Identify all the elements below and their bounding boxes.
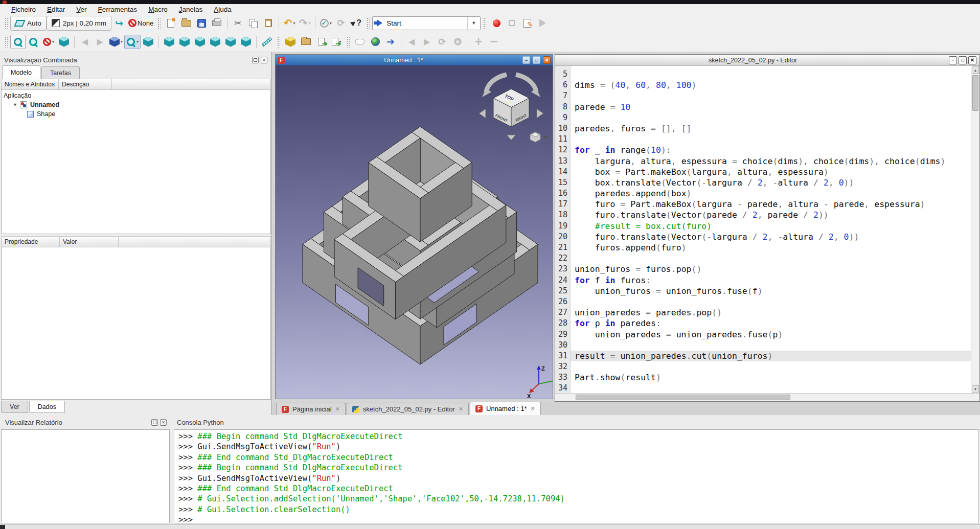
- go-button[interactable]: ➔: [383, 35, 398, 49]
- editor-hscrollbar[interactable]: [555, 393, 979, 401]
- code-line[interactable]: paredes, furos = [], []: [575, 123, 971, 134]
- view-left-button[interactable]: [238, 35, 254, 49]
- code-line[interactable]: furo = Part.makeBox(largura - parede, al…: [575, 199, 971, 210]
- export-all-button[interactable]: ▾: [329, 35, 344, 49]
- mdi-tab-pagina-inicial[interactable]: Página inicial ✕: [276, 403, 346, 415]
- toolbar-grip[interactable]: [367, 17, 370, 29]
- close-panel-button[interactable]: ✕: [160, 419, 167, 426]
- axonometric-view-button[interactable]: [141, 35, 156, 49]
- code-line[interactable]: furos.append(furo): [575, 242, 971, 253]
- undo-button[interactable]: ↶▾: [282, 16, 297, 30]
- close-icon[interactable]: ✕: [531, 405, 535, 412]
- new-file-button[interactable]: [163, 16, 178, 30]
- export-button[interactable]: [313, 35, 329, 49]
- close-icon[interactable]: ✕: [459, 406, 463, 412]
- toolbar-grip[interactable]: [347, 36, 350, 48]
- chevron-down-icon[interactable]: ▾: [309, 21, 311, 26]
- value-header[interactable]: Valor: [60, 236, 119, 247]
- draw-style-button[interactable]: ▾: [124, 35, 141, 49]
- print-button[interactable]: [209, 16, 224, 30]
- close-icon[interactable]: ✕: [335, 406, 340, 412]
- tree-header-names[interactable]: Nomes e Atributos: [1, 79, 59, 90]
- minimize-button[interactable]: –: [522, 56, 530, 64]
- code-line[interactable]: [575, 69, 971, 80]
- code-line[interactable]: box.translate(Vector(-largura / 2, -altu…: [575, 177, 971, 188]
- save-button[interactable]: [194, 16, 209, 30]
- menu-ferramentas[interactable]: Ferramentas: [93, 5, 143, 14]
- code-line[interactable]: [575, 134, 971, 145]
- browser-refresh-button[interactable]: ⟳: [435, 35, 450, 49]
- whats-this-button[interactable]: ?: [349, 16, 364, 30]
- close-button[interactable]: ✕: [543, 56, 551, 64]
- workbench-selector[interactable]: Start ▼: [372, 16, 481, 30]
- tree-item-shape[interactable]: Shape: [4, 109, 269, 119]
- open-file-button[interactable]: [178, 16, 194, 30]
- macro-record-button[interactable]: [489, 16, 504, 30]
- code-line[interactable]: for p in paredes:: [575, 318, 971, 329]
- cut-button[interactable]: ✂: [230, 16, 245, 30]
- property-editor[interactable]: [1, 247, 271, 400]
- code-line[interactable]: #result = box.cut(furo): [575, 221, 971, 232]
- clipping-button[interactable]: ▾: [41, 35, 56, 49]
- chevron-down-icon[interactable]: ▾: [52, 39, 54, 44]
- browser-back-button[interactable]: ◀: [404, 35, 419, 49]
- code-line[interactable]: [575, 112, 971, 123]
- box-selection-button[interactable]: [56, 35, 72, 49]
- scroll-up-icon[interactable]: ▲: [972, 66, 979, 74]
- code-line[interactable]: [575, 253, 971, 264]
- menu-macro[interactable]: Macro: [143, 5, 173, 14]
- chevron-down-icon[interactable]: ▾: [330, 21, 332, 26]
- nav-forward-button[interactable]: ▶: [93, 35, 108, 49]
- code-line[interactable]: paredes.append(box): [575, 188, 971, 199]
- zoom-out-button[interactable]: −: [486, 35, 502, 49]
- code-line[interactable]: [575, 340, 971, 351]
- chevron-down-icon[interactable]: ▾: [293, 21, 295, 26]
- zoom-in-button[interactable]: +: [471, 35, 486, 49]
- paste-button[interactable]: [261, 16, 276, 30]
- code-line[interactable]: parede = 10: [575, 102, 971, 112]
- browser-forward-button[interactable]: ▶: [419, 35, 435, 49]
- fit-all-button[interactable]: [10, 35, 26, 49]
- macro-stop-button[interactable]: [504, 16, 519, 30]
- view-rear-button[interactable]: [208, 35, 223, 49]
- code-line[interactable]: union_paredes = paredes.pop(): [575, 307, 971, 318]
- toolbar-grip[interactable]: [5, 36, 8, 48]
- view-front-button[interactable]: [162, 35, 177, 49]
- refresh-validate-button[interactable]: ✓▾: [318, 16, 333, 30]
- editor-vscrollbar[interactable]: ▲ ▼: [971, 66, 979, 393]
- minimize-button[interactable]: –: [949, 56, 957, 64]
- float-panel-button[interactable]: [151, 419, 158, 426]
- redo-button[interactable]: ↷▾: [297, 16, 312, 30]
- property-header[interactable]: Propriedade: [1, 236, 60, 247]
- browser-page-button[interactable]: [352, 35, 368, 49]
- measure-button[interactable]: [259, 35, 275, 49]
- code-line[interactable]: result = union_paredes.cut(union_furos): [571, 351, 971, 361]
- expander-icon[interactable]: ▼: [13, 102, 18, 107]
- maximize-button[interactable]: □: [959, 56, 967, 64]
- toolbar-grip[interactable]: [157, 17, 161, 29]
- code-line[interactable]: union_furos = furos.pop(): [575, 264, 971, 274]
- menu-editar[interactable]: Editar: [42, 5, 70, 14]
- tab-modelo[interactable]: Modelo: [2, 65, 40, 79]
- macro-play-button[interactable]: [535, 16, 550, 30]
- menu-ajuda[interactable]: Ajuda: [209, 5, 237, 14]
- view3d-titlebar[interactable]: Unnamed : 1* – □ ✕: [276, 55, 553, 65]
- view-bottom-button[interactable]: [223, 35, 238, 49]
- view-right-button[interactable]: [192, 35, 208, 49]
- copy-button[interactable]: [245, 16, 261, 30]
- open-website-button[interactable]: [368, 35, 383, 49]
- draft-workingplane-button[interactable]: Auto: [10, 16, 47, 31]
- browser-stop-button[interactable]: ✕: [450, 35, 465, 49]
- chevron-down-icon[interactable]: ▾: [121, 39, 123, 44]
- mdi-tab-editor[interactable]: sketch_2022_05_02.py - Editor ✕: [347, 403, 469, 415]
- scroll-thumb[interactable]: [972, 75, 978, 111]
- part-box-button[interactable]: [283, 35, 298, 49]
- toolbar-grip[interactable]: [277, 36, 280, 48]
- menu-ver[interactable]: Ver: [71, 5, 92, 14]
- fit-selection-button[interactable]: [26, 35, 41, 49]
- close-button[interactable]: ✕: [968, 56, 976, 64]
- tree-item-document[interactable]: ▼ Unnamed: [4, 100, 269, 109]
- draft-snap-button[interactable]: ↪: [111, 16, 127, 30]
- code-line[interactable]: dims = (40, 60, 80, 100): [575, 80, 971, 90]
- code-line[interactable]: furo.translate(Vector(parede / 2, parede…: [575, 210, 971, 220]
